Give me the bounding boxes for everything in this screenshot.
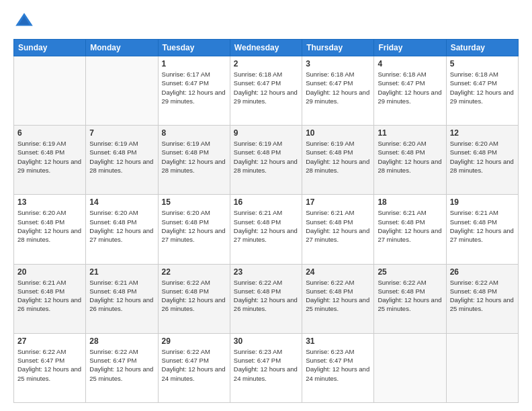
day-number: 16 [234, 197, 298, 207]
day-info: Sunrise: 6:20 AMSunset: 6:48 PMDaylight:… [17, 208, 82, 244]
calendar-day-cell: 9Sunrise: 6:19 AMSunset: 6:48 PMDaylight… [230, 126, 302, 195]
day-number: 29 [162, 336, 226, 346]
sunrise-text: Sunrise: 6:18 AM [234, 70, 298, 79]
sunset-text: Sunset: 6:47 PM [450, 79, 515, 87]
day-number: 3 [306, 59, 370, 68]
sunset-text: Sunset: 6:48 PM [234, 287, 298, 295]
day-info: Sunrise: 6:22 AMSunset: 6:48 PMDaylight:… [162, 278, 226, 314]
calendar-day-cell: 12Sunrise: 6:20 AMSunset: 6:48 PMDayligh… [446, 126, 518, 195]
sunrise-text: Sunrise: 6:22 AM [450, 278, 515, 287]
sunset-text: Sunset: 6:47 PM [89, 356, 154, 365]
daylight-text: Daylight: 12 hours and 25 minutes. [306, 295, 370, 314]
day-info: Sunrise: 6:23 AMSunset: 6:47 PMDaylight:… [306, 347, 370, 383]
sunset-text: Sunset: 6:48 PM [89, 218, 154, 226]
sunset-text: Sunset: 6:48 PM [306, 148, 370, 156]
day-of-week-header: Monday [86, 40, 158, 56]
day-number: 6 [17, 128, 82, 138]
day-number: 27 [17, 336, 82, 346]
day-number: 15 [162, 197, 226, 207]
day-info: Sunrise: 6:19 AMSunset: 6:48 PMDaylight:… [306, 139, 370, 175]
sunrise-text: Sunrise: 6:18 AM [306, 70, 370, 79]
day-number: 26 [450, 267, 515, 277]
sunset-text: Sunset: 6:47 PM [162, 79, 226, 87]
daylight-text: Daylight: 12 hours and 25 minutes. [450, 295, 515, 314]
day-number: 14 [89, 197, 154, 207]
daylight-text: Daylight: 12 hours and 29 minutes. [378, 88, 442, 106]
sunset-text: Sunset: 6:47 PM [234, 356, 298, 365]
day-number: 21 [89, 267, 154, 277]
sunset-text: Sunset: 6:48 PM [89, 148, 154, 156]
calendar-week-row: 27Sunrise: 6:22 AMSunset: 6:47 PMDayligh… [14, 333, 519, 402]
sunrise-text: Sunrise: 6:22 AM [17, 347, 82, 356]
calendar-week-row: 13Sunrise: 6:20 AMSunset: 6:48 PMDayligh… [14, 195, 519, 264]
daylight-text: Daylight: 12 hours and 27 minutes. [89, 226, 154, 244]
sunrise-text: Sunrise: 6:22 AM [306, 278, 370, 287]
day-info: Sunrise: 6:20 AMSunset: 6:48 PMDaylight:… [378, 139, 442, 175]
day-number: 22 [162, 267, 226, 277]
calendar-day-cell: 4Sunrise: 6:18 AMSunset: 6:47 PMDaylight… [374, 56, 446, 126]
calendar-day-cell: 21Sunrise: 6:21 AMSunset: 6:48 PMDayligh… [86, 264, 158, 333]
sunset-text: Sunset: 6:48 PM [162, 218, 226, 226]
day-number: 5 [450, 59, 515, 68]
calendar-day-cell: 1Sunrise: 6:17 AMSunset: 6:47 PMDaylight… [158, 56, 230, 126]
daylight-text: Daylight: 12 hours and 27 minutes. [162, 226, 226, 244]
daylight-text: Daylight: 12 hours and 26 minutes. [162, 295, 226, 314]
calendar-day-cell: 7Sunrise: 6:19 AMSunset: 6:48 PMDaylight… [86, 126, 158, 195]
sunset-text: Sunset: 6:48 PM [89, 287, 154, 295]
sunset-text: Sunset: 6:48 PM [162, 148, 226, 156]
sunrise-text: Sunrise: 6:22 AM [378, 278, 442, 287]
day-of-week-header: Wednesday [230, 40, 302, 56]
daylight-text: Daylight: 12 hours and 29 minutes. [234, 88, 298, 106]
daylight-text: Daylight: 12 hours and 24 minutes. [162, 365, 226, 383]
daylight-text: Daylight: 12 hours and 29 minutes. [162, 88, 226, 106]
daylight-text: Daylight: 12 hours and 28 minutes. [89, 157, 154, 175]
day-number: 19 [450, 197, 515, 207]
day-info: Sunrise: 6:21 AMSunset: 6:48 PMDaylight:… [17, 278, 82, 314]
calendar-day-cell: 31Sunrise: 6:23 AMSunset: 6:47 PMDayligh… [302, 333, 374, 402]
calendar-day-cell: 10Sunrise: 6:19 AMSunset: 6:48 PMDayligh… [302, 126, 374, 195]
calendar-day-cell: 27Sunrise: 6:22 AMSunset: 6:47 PMDayligh… [14, 333, 86, 402]
day-info: Sunrise: 6:22 AMSunset: 6:47 PMDaylight:… [89, 347, 154, 383]
sunrise-text: Sunrise: 6:21 AM [89, 278, 154, 287]
day-of-week-header: Thursday [302, 40, 374, 56]
calendar-day-cell: 5Sunrise: 6:18 AMSunset: 6:47 PMDaylight… [446, 56, 518, 126]
day-number: 18 [378, 197, 442, 207]
day-number: 10 [306, 128, 370, 138]
calendar-day-cell [446, 333, 518, 402]
daylight-text: Daylight: 12 hours and 26 minutes. [234, 295, 298, 314]
day-info: Sunrise: 6:19 AMSunset: 6:48 PMDaylight:… [17, 139, 82, 175]
day-info: Sunrise: 6:22 AMSunset: 6:47 PMDaylight:… [162, 347, 226, 383]
sunset-text: Sunset: 6:48 PM [306, 287, 370, 295]
day-info: Sunrise: 6:22 AMSunset: 6:48 PMDaylight:… [234, 278, 298, 314]
sunrise-text: Sunrise: 6:22 AM [162, 347, 226, 356]
calendar-day-cell: 23Sunrise: 6:22 AMSunset: 6:48 PMDayligh… [230, 264, 302, 333]
calendar-week-row: 1Sunrise: 6:17 AMSunset: 6:47 PMDaylight… [14, 56, 519, 126]
calendar-day-cell: 15Sunrise: 6:20 AMSunset: 6:48 PMDayligh… [158, 195, 230, 264]
sunrise-text: Sunrise: 6:20 AM [89, 208, 154, 217]
calendar-day-cell: 29Sunrise: 6:22 AMSunset: 6:47 PMDayligh… [158, 333, 230, 402]
day-info: Sunrise: 6:19 AMSunset: 6:48 PMDaylight:… [162, 139, 226, 175]
sunset-text: Sunset: 6:48 PM [306, 218, 370, 226]
day-number: 20 [17, 267, 82, 277]
daylight-text: Daylight: 12 hours and 26 minutes. [89, 295, 154, 314]
sunrise-text: Sunrise: 6:22 AM [234, 278, 298, 287]
day-info: Sunrise: 6:18 AMSunset: 6:47 PMDaylight:… [234, 70, 298, 105]
daylight-text: Daylight: 12 hours and 27 minutes. [306, 226, 370, 244]
day-info: Sunrise: 6:22 AMSunset: 6:48 PMDaylight:… [378, 278, 442, 314]
sunset-text: Sunset: 6:48 PM [234, 148, 298, 156]
logo-icon [13, 11, 35, 32]
calendar-day-cell: 25Sunrise: 6:22 AMSunset: 6:48 PMDayligh… [374, 264, 446, 333]
sunset-text: Sunset: 6:47 PM [306, 79, 370, 87]
calendar-day-cell: 17Sunrise: 6:21 AMSunset: 6:48 PMDayligh… [302, 195, 374, 264]
sunrise-text: Sunrise: 6:19 AM [17, 139, 82, 148]
calendar-day-cell: 16Sunrise: 6:21 AMSunset: 6:48 PMDayligh… [230, 195, 302, 264]
sunset-text: Sunset: 6:48 PM [234, 218, 298, 226]
logo [13, 11, 38, 32]
day-number: 11 [378, 128, 442, 138]
sunset-text: Sunset: 6:48 PM [450, 218, 515, 226]
calendar-day-cell: 11Sunrise: 6:20 AMSunset: 6:48 PMDayligh… [374, 126, 446, 195]
daylight-text: Daylight: 12 hours and 25 minutes. [17, 365, 82, 383]
calendar-day-cell: 20Sunrise: 6:21 AMSunset: 6:48 PMDayligh… [14, 264, 86, 333]
day-info: Sunrise: 6:21 AMSunset: 6:48 PMDaylight:… [450, 208, 515, 244]
day-info: Sunrise: 6:19 AMSunset: 6:48 PMDaylight:… [89, 139, 154, 175]
